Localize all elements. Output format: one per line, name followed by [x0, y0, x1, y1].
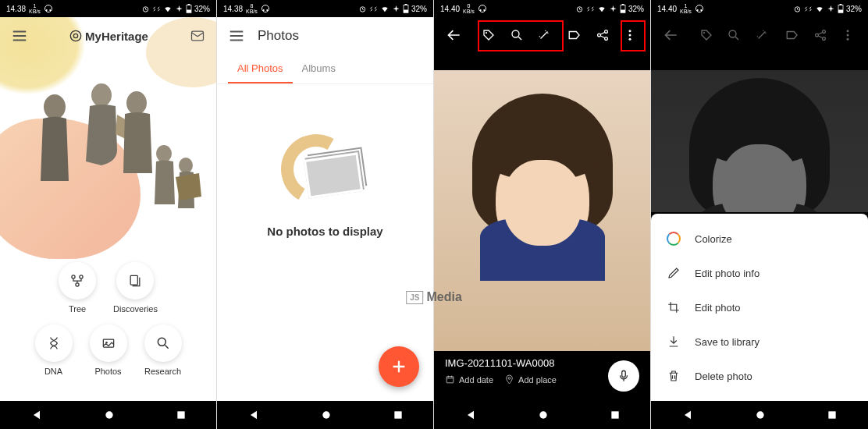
back-button[interactable]: [247, 409, 260, 421]
airplane-icon: [609, 5, 617, 13]
svg-point-53: [729, 30, 736, 37]
highlight-box: [478, 20, 564, 51]
search-icon: [155, 335, 171, 351]
menu-icon[interactable]: [11, 27, 28, 44]
nav-tree[interactable]: Tree: [59, 262, 96, 314]
nav-discoveries[interactable]: Discoveries: [113, 262, 158, 314]
vibrate-icon: [152, 5, 161, 13]
dna-icon: [46, 335, 62, 351]
back-button[interactable]: [659, 21, 684, 49]
status-bar: 14.40 1KB/s 32%: [651, 0, 868, 17]
airplane-icon: [827, 5, 835, 13]
headset-icon: [695, 4, 704, 13]
back-button[interactable]: [30, 409, 43, 421]
nav-research[interactable]: Research: [144, 324, 182, 376]
wifi-icon: [380, 5, 390, 13]
back-button[interactable]: [681, 409, 694, 421]
back-button[interactable]: [442, 21, 466, 49]
page-title: Photos: [258, 28, 299, 44]
battery-icon: [620, 4, 626, 13]
android-nav-bar: [217, 401, 433, 429]
nav-photos[interactable]: Photos: [90, 324, 127, 376]
share-button[interactable]: [808, 21, 833, 49]
photo-viewer[interactable]: [434, 70, 650, 351]
family-illustration: [16, 72, 203, 228]
airplane-icon: [392, 5, 400, 13]
svg-point-45: [539, 411, 546, 418]
menu-edit-info[interactable]: Edit photo info: [651, 256, 868, 290]
download-icon: [667, 335, 681, 349]
status-time: 14.38: [6, 5, 26, 13]
share-icon: [813, 28, 827, 42]
nav-dna[interactable]: DNA: [35, 324, 73, 376]
nav-label: Discoveries: [113, 304, 158, 314]
menu-colorize[interactable]: Colorize: [651, 222, 868, 256]
add-photo-fab[interactable]: [379, 346, 419, 387]
label-button[interactable]: [780, 21, 805, 49]
svg-point-5: [70, 30, 80, 41]
mail-icon[interactable]: [190, 28, 205, 44]
svg-point-14: [80, 275, 83, 278]
svg-point-22: [261, 5, 269, 12]
crop-icon: [667, 300, 681, 314]
svg-point-18: [105, 342, 108, 344]
svg-point-58: [847, 34, 849, 37]
app-logo: MyHeritage: [69, 30, 148, 43]
zoom-button[interactable]: [721, 21, 746, 49]
recent-button[interactable]: [610, 410, 621, 420]
menu-edit-photo[interactable]: Edit photo: [651, 290, 868, 324]
calendar-icon: [445, 374, 455, 385]
home-button[interactable]: [754, 409, 767, 421]
tab-all-photos[interactable]: All Photos: [228, 55, 293, 83]
recent-button[interactable]: [393, 410, 404, 420]
status-time: 14.40: [440, 5, 460, 13]
bottom-sheet-menu: Colorize Edit photo info Edit photo Save…: [651, 214, 868, 401]
svg-rect-3: [187, 4, 190, 5]
svg-point-59: [847, 38, 849, 41]
status-time: 14.38: [223, 5, 243, 13]
wifi-icon: [597, 5, 607, 13]
svg-point-19: [158, 338, 165, 346]
recent-button[interactable]: [176, 410, 187, 420]
trash-icon: [667, 369, 681, 383]
svg-rect-61: [829, 411, 836, 418]
android-nav-bar: [0, 401, 216, 429]
vibrate-icon: [369, 5, 378, 13]
share-icon: [596, 28, 610, 42]
battery-icon: [186, 4, 192, 13]
mic-icon: [617, 369, 631, 383]
home-button[interactable]: [320, 409, 333, 421]
tab-albums[interactable]: Albums: [293, 55, 345, 83]
add-date-button[interactable]: Add date: [445, 374, 493, 385]
alarm-icon: [793, 5, 802, 13]
svg-rect-46: [611, 411, 618, 418]
arrow-left-icon: [663, 27, 679, 43]
svg-point-10: [126, 91, 147, 115]
menu-icon[interactable]: [228, 27, 245, 44]
back-button[interactable]: [464, 409, 477, 421]
screen-photo-detail: 14.40 0KB/s 32%: [434, 0, 651, 429]
home-button[interactable]: [103, 409, 116, 421]
add-place-button[interactable]: Add place: [504, 374, 557, 385]
svg-rect-42: [446, 377, 454, 383]
svg-point-60: [756, 411, 763, 418]
more-vertical-icon: [841, 28, 855, 42]
menu-save[interactable]: Save to library: [651, 324, 868, 359]
nav-label: Research: [144, 367, 181, 376]
headset-icon: [44, 4, 53, 13]
menu-delete[interactable]: Delete photo: [651, 359, 868, 393]
label-button[interactable]: [563, 21, 587, 49]
wand-button[interactable]: [749, 21, 774, 49]
more-button[interactable]: [835, 21, 860, 49]
battery-percent: 32%: [194, 5, 210, 13]
svg-rect-4: [187, 10, 191, 13]
screen-home: 14.38 1KB/s 32% MyHeritage: [0, 0, 217, 429]
voice-button[interactable]: [608, 360, 639, 392]
status-bar: 14.38 1KB/s 32%: [0, 0, 216, 17]
home-button[interactable]: [537, 409, 550, 421]
share-button[interactable]: [590, 21, 614, 49]
recent-button[interactable]: [827, 410, 838, 420]
tag-button[interactable]: [694, 21, 719, 49]
svg-point-12: [179, 158, 193, 173]
svg-rect-16: [131, 275, 138, 285]
